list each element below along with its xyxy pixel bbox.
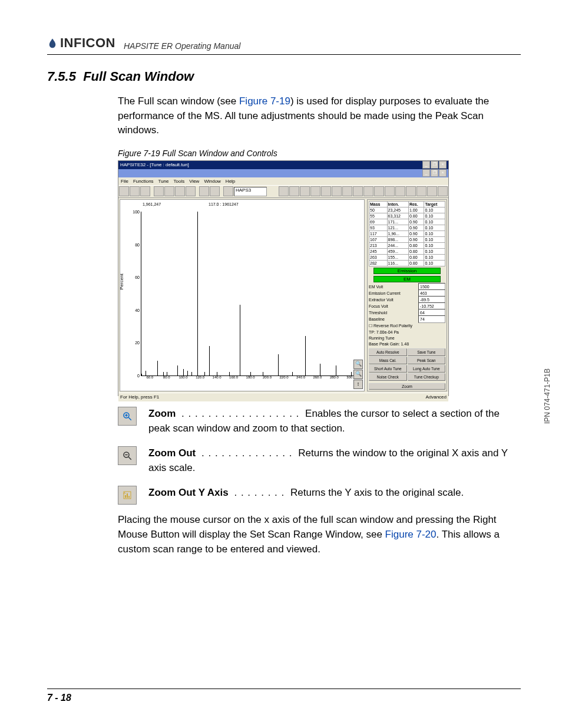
tune-action-button[interactable]: Short Auto Tune (369, 365, 407, 373)
toolbar-button[interactable] (332, 186, 342, 196)
menu-view[interactable]: View (189, 179, 199, 184)
polarity-checkbox[interactable]: ☐ Reverse Rod Polarity (369, 324, 445, 328)
menu-window[interactable]: Window (204, 179, 220, 184)
table-row[interactable]: 69171...0.900.10 (369, 219, 445, 225)
menu-help[interactable]: Help (226, 179, 235, 184)
table-row[interactable]: 282116...0.800.10 (369, 260, 445, 266)
toolbar-button[interactable] (300, 186, 310, 196)
toolbar-button[interactable] (210, 186, 220, 196)
y-tick: 0 (137, 373, 141, 377)
tune-action-button[interactable]: Tune Checkup (408, 373, 446, 381)
toolbar-button[interactable] (140, 186, 150, 196)
spectrum-peak (157, 361, 158, 375)
spectrum-peak (336, 365, 336, 375)
zoom-y-icon[interactable]: ↕ (353, 380, 363, 389)
zoom-definition: Zoom . . . . . . . . . . . . . . . . . .… (118, 407, 521, 436)
figure-xref[interactable]: Figure 7-19 (239, 95, 290, 107)
figure-xref[interactable]: Figure 7-20 (385, 529, 437, 540)
toolbar-button[interactable] (175, 186, 185, 196)
table-row[interactable]: 5023,2451.000.10 (369, 207, 445, 213)
table-row[interactable]: 245459...0.800.10 (369, 248, 445, 254)
x-tick: 240.0 (296, 375, 305, 379)
toolbar-button[interactable] (154, 186, 164, 196)
tune-action-button[interactable]: Auto Resolve (369, 348, 407, 356)
tune-action-button[interactable]: Noise Check (369, 373, 407, 381)
y-tick: 100 (133, 209, 141, 213)
menu-functions[interactable]: Functions (133, 179, 154, 184)
toolbar-button[interactable] (385, 186, 395, 196)
toolbar-button[interactable] (186, 186, 196, 196)
window-control-buttons: _ ❐ × (422, 161, 447, 169)
tune-side-panel: Mass Inten. Res. Target 5023,2451.000.10… (367, 199, 447, 391)
zoom-out-y-definition: Zoom Out Y Axis . . . . . . . . Returns … (118, 486, 521, 505)
y-tick: 40 (135, 308, 141, 312)
intro-paragraph: The Full scan window (see Figure 7-19) i… (118, 94, 521, 138)
toolbar-button[interactable] (164, 186, 174, 196)
window-titlebar: HAPSITE32 - [Tune : default.tun] _ ❐ × (118, 161, 448, 169)
emission-button[interactable]: Emission (373, 268, 441, 274)
em-button[interactable]: EM (373, 276, 441, 282)
tune-action-button[interactable]: Long Auto Tune (408, 365, 446, 373)
param-input[interactable] (418, 315, 445, 323)
minimize-icon[interactable]: _ (422, 161, 430, 169)
maximize-icon[interactable]: ❐ (431, 169, 438, 177)
y-tick: 80 (135, 242, 141, 246)
spectrum-chart[interactable]: 1,961,247 117.0 : 1961247 Percent 100806… (120, 199, 365, 391)
base-peak-gain: Base Peak Gain: 1.48 (369, 342, 445, 346)
tune-action-button[interactable]: Peak Scan (408, 357, 446, 364)
x-tick: 140.0 (213, 375, 222, 379)
menu-file[interactable]: File (121, 179, 128, 184)
param-row: Baseline (369, 316, 445, 322)
toolbar-button[interactable] (342, 186, 352, 196)
table-row[interactable]: 5563,3120.800.10 (369, 213, 445, 219)
close-icon[interactable]: × (439, 161, 447, 169)
menu-tools[interactable]: Tools (174, 179, 185, 184)
toolbar-button[interactable] (427, 186, 437, 196)
status-bar: For Help, press F1 Advanced (118, 393, 448, 401)
toolbar-button[interactable] (130, 186, 140, 196)
close-icon[interactable]: × (439, 169, 447, 177)
y-max-label: 1,961,247 (143, 202, 161, 206)
maximize-icon[interactable]: ❐ (431, 161, 438, 169)
toolbar-button[interactable] (199, 186, 209, 196)
toolbar-button[interactable] (353, 186, 363, 196)
toolbar-button[interactable] (406, 186, 416, 196)
chart-zoom-buttons: 🔍 🔍 ↕ (353, 360, 363, 389)
zoom-out-definition: Zoom Out . . . . . . . . . . . . . . Ret… (118, 446, 521, 475)
tune-action-button[interactable]: Save Tune (408, 348, 446, 356)
y-tick: 20 (135, 341, 141, 345)
zoom-button[interactable]: Zoom (369, 383, 445, 390)
spectrum-peak (177, 365, 178, 375)
toolbar-button[interactable] (363, 186, 373, 196)
closing-paragraph: Placing the mouse cursor on the x axis o… (118, 513, 521, 556)
brand-logo: INFICON (47, 35, 115, 51)
x-tick: 160.0 (229, 375, 238, 379)
toolbar-button[interactable] (289, 186, 299, 196)
toolbar-button[interactable] (310, 186, 320, 196)
toolbar-button[interactable] (279, 186, 289, 196)
spectrum-peak (191, 372, 192, 375)
table-row[interactable]: 93121...0.900.10 (369, 225, 445, 230)
table-row[interactable]: 167898...0.900.10 (369, 236, 445, 242)
toolbar-button[interactable] (374, 186, 384, 196)
menu-tune[interactable]: Tune (158, 179, 169, 184)
x-tick: 100.0 (179, 375, 188, 379)
toolbar-button[interactable] (438, 186, 448, 196)
toolbar-button[interactable] (321, 186, 331, 196)
table-row[interactable]: 1171,96...0.900.10 (369, 230, 445, 236)
zoom-in-icon[interactable]: 🔍 (353, 360, 363, 369)
toolbar-button[interactable] (395, 186, 405, 196)
toolbar-button[interactable] (119, 186, 129, 196)
page-footer: 7 - 18 (47, 689, 521, 703)
tune-action-button[interactable]: Mass Cal. (369, 357, 407, 364)
minimize-icon[interactable]: _ (422, 169, 430, 177)
spectrum-peak (197, 212, 198, 375)
zoom-out-icon[interactable]: 🔍 (353, 370, 363, 379)
zoom-in-icon (118, 407, 137, 426)
mass-table: Mass Inten. Res. Target 5023,2451.000.10… (369, 201, 445, 266)
toolbar-button[interactable] (416, 186, 427, 196)
table-row[interactable]: 263155...0.800.10 (369, 254, 445, 260)
table-row[interactable]: 213244...0.800.10 (369, 242, 445, 248)
instrument-select[interactable]: HAPS3 (234, 187, 267, 196)
toolbar-button[interactable] (223, 186, 233, 196)
